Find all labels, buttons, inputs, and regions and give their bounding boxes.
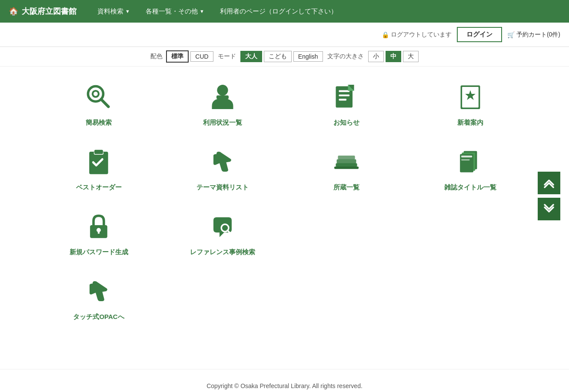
news-icon <box>329 80 364 114</box>
svg-point-3 <box>217 85 228 96</box>
standard-mode-button[interactable]: 標準 <box>166 50 189 63</box>
magazines-icon <box>453 144 488 179</box>
english-mode-button[interactable]: English <box>293 51 323 62</box>
search-icon <box>81 80 116 114</box>
theme-list-item[interactable]: テーマ資料リスト <box>165 144 280 192</box>
usage-list-label: 利用状況一覧 <box>203 119 242 127</box>
footer: Copyright © Osaka Prefectural Library. A… <box>0 369 569 392</box>
best-order-label: ベストオーダー <box>76 183 122 192</box>
copyright-text: Copyright © Osaka Prefectural Library. A… <box>206 382 363 389</box>
logout-status: 🔒 ログアウトしています <box>382 31 452 39</box>
brand-label: 大阪府立図書館 <box>22 6 77 17</box>
chevron-down-icon: ▼ <box>200 9 204 14</box>
header-bar: 🔒 ログアウトしています ログイン 🛒 予約カート(0件) <box>0 23 569 47</box>
svg-rect-18 <box>337 159 356 163</box>
books-icon <box>329 144 364 179</box>
child-mode-button[interactable]: こども <box>264 51 292 62</box>
svg-rect-29 <box>98 230 100 233</box>
nav-search-label: 資料検索 <box>97 7 123 16</box>
simple-search-item[interactable]: 簡易検索 <box>41 80 156 127</box>
nav-item-various[interactable]: 各種一覧・その他 ▼ <box>138 7 212 16</box>
chevron-up-double-icon <box>543 177 555 189</box>
svg-rect-4 <box>216 96 229 99</box>
password-item[interactable]: 新規パスワード生成 <box>41 209 156 256</box>
usage-list-item[interactable]: 利用状況一覧 <box>165 80 280 127</box>
chevron-down-double-icon <box>543 203 555 215</box>
logout-label: ログアウトしています <box>391 31 452 39</box>
svg-rect-25 <box>461 159 470 160</box>
cart-button[interactable]: 🛒 予約カート(0件) <box>507 31 560 39</box>
mode-label: モード <box>218 53 236 60</box>
empty-cell-2 <box>413 209 528 256</box>
news-label: お知らせ <box>333 119 359 127</box>
theme-list-label: テーマ資料リスト <box>196 183 249 192</box>
touch-opac-label: タッチ式OPACへ <box>73 313 124 321</box>
touch-icon <box>81 274 116 309</box>
cart-label: 予約カート(0件) <box>516 31 560 39</box>
reference-item[interactable]: レファレンス事例検索 <box>165 209 280 256</box>
magazine-label: 雑誌タイトル一覧 <box>444 183 496 192</box>
collection-label: 所蔵一覧 <box>333 183 359 192</box>
reference-label: レファレンス事例検索 <box>190 248 255 256</box>
cart-icon: 🛒 <box>507 31 515 38</box>
lock-icon <box>81 209 116 244</box>
svg-rect-7 <box>339 94 350 96</box>
navbar: 🏠 大阪府立図書館 資料検索 ▼ 各種一覧・その他 ▼ 利用者のページ（ログイン… <box>0 0 569 23</box>
nav-item-search[interactable]: 資料検索 ▼ <box>90 7 138 16</box>
scroll-up-button[interactable] <box>538 172 560 194</box>
home-icon: 🏠 <box>9 7 18 16</box>
main-content: 簡易検索 利用状況一覧 <box>24 66 546 352</box>
simple-search-label: 簡易検索 <box>86 119 112 127</box>
best-order-item[interactable]: ベストオーダー <box>41 144 156 192</box>
pointer-icon <box>205 144 240 179</box>
svg-point-2 <box>93 91 99 97</box>
icon-grid: 簡易検索 利用状況一覧 <box>41 80 528 321</box>
new-arrivals-item[interactable]: 新着案内 <box>413 80 528 127</box>
empty-cell-1 <box>289 209 404 256</box>
svg-rect-6 <box>339 90 350 92</box>
color-label: 配色 <box>150 53 163 60</box>
nav-brand[interactable]: 🏠 大阪府立図書館 <box>9 6 77 17</box>
user-icon <box>205 80 240 114</box>
star-book-icon <box>453 80 488 114</box>
svg-rect-8 <box>339 99 347 100</box>
svg-rect-19 <box>338 156 355 159</box>
login-button[interactable]: ログイン <box>457 27 502 42</box>
font-medium-button[interactable]: 中 <box>386 51 401 62</box>
touch-opac-item[interactable]: タッチ式OPACへ <box>41 274 156 321</box>
new-arrivals-label: 新着案内 <box>457 119 483 127</box>
clipboard-check-icon <box>81 144 116 179</box>
lock-icon: 🔒 <box>382 31 389 38</box>
svg-rect-24 <box>461 156 472 157</box>
svg-rect-17 <box>336 163 357 167</box>
ref-search-icon <box>205 209 240 244</box>
nav-item-user[interactable]: 利用者のページ（ログインして下さい） <box>212 7 345 16</box>
password-label: 新規パスワード生成 <box>70 248 128 256</box>
nav-various-label: 各種一覧・その他 <box>146 7 198 16</box>
news-item[interactable]: お知らせ <box>289 80 404 127</box>
mode-bar: 配色 標準 CUD モード 大人 こども English 文字の大きさ 小 中 … <box>0 47 569 66</box>
cud-mode-button[interactable]: CUD <box>190 51 213 62</box>
svg-line-1 <box>101 100 109 107</box>
svg-rect-20 <box>334 166 359 169</box>
collection-item[interactable]: 所蔵一覧 <box>289 144 404 192</box>
scroll-down-button[interactable] <box>538 198 560 220</box>
font-size-label: 文字の大きさ <box>327 53 364 60</box>
magazine-item[interactable]: 雑誌タイトル一覧 <box>413 144 528 192</box>
adult-mode-button[interactable]: 大人 <box>240 51 262 62</box>
nav-user-label: 利用者のページ（ログインして下さい） <box>220 7 337 16</box>
scroll-buttons <box>538 172 560 220</box>
font-large-button[interactable]: 大 <box>403 51 419 62</box>
font-small-button[interactable]: 小 <box>368 51 384 62</box>
chevron-down-icon: ▼ <box>125 9 130 14</box>
